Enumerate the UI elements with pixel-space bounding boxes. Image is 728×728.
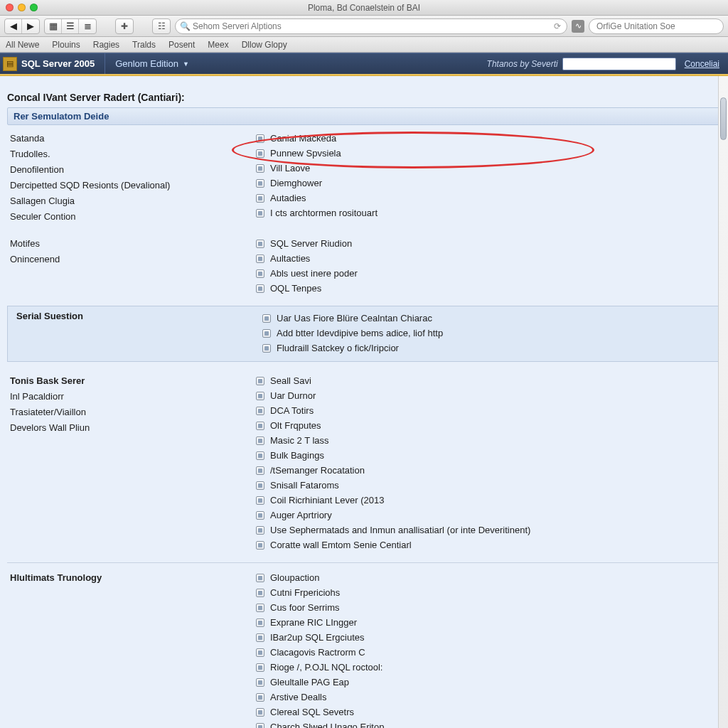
list-item[interactable]: Gloupaction [256,570,721,585]
list-item[interactable]: Diemghower [256,176,721,191]
page-icon [256,678,264,687]
page-icon [256,663,264,672]
list-item[interactable]: Snisall Fataroms [256,478,721,493]
page-icon [256,481,264,490]
reload-icon[interactable]: ⟳ [554,21,561,31]
category-label: Sallagen Clugia [10,193,256,209]
rss-icon[interactable]: ∿ [572,20,584,33]
bookmark-item[interactable]: Dllow Glopy [242,40,287,50]
list-item[interactable]: OQL Tenpes [256,281,721,296]
header-link[interactable]: Conceliai [685,59,719,69]
subsection-title: Serial Suestion [16,311,262,321]
category-block: Tonis Bask Serer Inl Pacaldiorr Trasiate… [7,373,721,552]
list-item[interactable]: Clereal SQL Sevetrs [256,705,721,719]
category-label: Develors Wall Pliun [10,420,256,436]
list-item[interactable]: Exprane RIC LIngger [256,615,721,630]
list-item[interactable]: Arstive Dealls [256,690,721,705]
address-bar[interactable]: 🔍 Sehom Serveri Alptions ⟳ [175,18,567,34]
category-labels: Satanda Trudolles. Denofilention Dercipe… [7,131,256,225]
list-item[interactable]: Fludraill Satckey o fick/Iripcior [262,341,714,355]
list-item[interactable]: Coil Ricrhiniant Lever (2013 [256,493,721,508]
category-block: Motifes Onincenend SQL Server Riudion Au… [7,236,721,296]
page-icon [256,589,264,597]
list-item[interactable]: Use Sephermatads and Inmun anallisatiarl… [256,523,721,537]
list-item[interactable]: SQL Server Riudion [256,236,721,251]
category-label: Satanda [10,131,256,146]
item-list: SQL Server Riudion Aultacties Abls uest … [256,236,721,296]
category-labels: Hlultimats Trunology [7,570,256,728]
bookmark-item[interactable]: Tralds [132,40,156,50]
page-icon [256,619,264,627]
list-item[interactable]: Aultacties [256,251,721,266]
bookmark-item[interactable]: All Newe [6,40,39,50]
bookmark-item[interactable]: Ragies [93,40,119,50]
page-icon [256,451,264,460]
list-item[interactable]: Uar Durnor [256,388,721,403]
page-icon [256,377,264,385]
category-label: Denofilention [10,162,256,178]
list-item[interactable]: I cts archtormen rositouart [256,205,721,220]
list-item[interactable]: Masic 2 T lass [256,433,721,448]
page-icon [256,708,264,717]
edition-dropdown[interactable]: Genlom Edition ▼ [105,53,199,74]
list-item[interactable]: Clacagovis Ractrorm C [256,645,721,660]
reader-button[interactable]: ☷ [152,18,171,34]
bookmark-item[interactable]: Posent [168,40,195,50]
header-search-input[interactable] [562,58,676,70]
list-item[interactable]: /tSemanger Rocatation [256,463,721,478]
forward-button[interactable]: ▶ [22,19,39,33]
zoom-icon[interactable] [30,4,38,11]
page-icon [256,134,264,143]
list-item[interactable]: Vill Laove [256,161,721,176]
list-item[interactable]: Add btter Idevdipive bems adice, liof ht… [262,326,714,341]
list-item[interactable]: Canial Mackeda [256,131,721,146]
list-item[interactable]: Auger Aprtriory [256,508,721,523]
minimize-icon[interactable] [18,4,26,11]
bookmark-item[interactable]: Plouins [52,40,80,50]
item-list: Uar Uas Fiore Blüre Cealntan Chiarac Add… [262,311,714,355]
list-item[interactable]: Autadies [256,191,721,205]
app-logo-icon: ▤ [3,57,17,71]
bookmark-button[interactable]: ✚ [115,18,134,34]
window-titlebar: Ploma, Bd Conaelstein of BAI [0,0,728,16]
page-icon [256,511,264,520]
list-item[interactable]: Coratte wall Emtom Senie Centiarl [256,537,721,552]
list-item[interactable]: Bulk Bagings [256,448,721,463]
search-label: Thtanos by Severti [487,59,558,69]
list-item[interactable]: Punnew Spvsiela [256,146,721,161]
category-block: Satanda Trudolles. Denofilention Dercipe… [7,131,721,225]
scrollbar-thumb[interactable] [720,97,727,140]
bookmark-item[interactable]: Meex [208,40,228,50]
chevron-down-icon: ▼ [183,60,189,68]
list-item[interactable]: Olt Frqputes [256,418,721,433]
category-label: Trudolles. [10,146,256,162]
list-item[interactable]: Seall Savi [256,373,721,388]
page-icon [262,344,271,353]
item-list: Seall Savi Uar Durnor DCA Totirs Olt Frq… [256,373,721,552]
page-icon [256,648,264,657]
page-icon [256,407,264,415]
view-grid-icon[interactable]: ▦ [45,19,62,33]
list-item[interactable]: IBar2up SQL Ergciutes [256,630,721,645]
page-icon [262,314,271,323]
list-item[interactable]: Cus foor Serrims [256,600,721,615]
list-item[interactable]: Uar Uas Fiore Blüre Cealntan Chiarac [262,311,714,326]
list-item[interactable]: DCA Totirs [256,403,721,418]
list-item[interactable]: Gleultalle PAG Eap [256,675,721,690]
scrollbar[interactable] [718,76,728,728]
list-item[interactable]: Rioge /, P.OJL NQL roctool: [256,660,721,675]
browser-toolbar: ◀ ▶ ▦ ☰ ≣ ✚ ☷ 🔍 Sehom Serveri Alptions ⟳… [0,16,728,37]
category-label: Hlultimats Trunology [10,570,256,586]
list-item[interactable]: Abls uest inere poder [256,266,721,281]
traffic-lights [6,4,38,11]
page-icon [256,526,264,535]
view-column-icon[interactable]: ≣ [79,19,96,33]
list-item[interactable]: Charch Slwed Unago Eritop [256,719,721,728]
page-icon [256,496,264,505]
page-icon [256,284,264,293]
search-field[interactable]: OrfiGe Unitation Soe [589,18,724,34]
list-item[interactable]: Cutni Frpericiohs [256,585,721,600]
view-list-icon[interactable]: ☰ [62,19,79,33]
back-button[interactable]: ◀ [5,19,22,33]
close-icon[interactable] [6,4,14,11]
